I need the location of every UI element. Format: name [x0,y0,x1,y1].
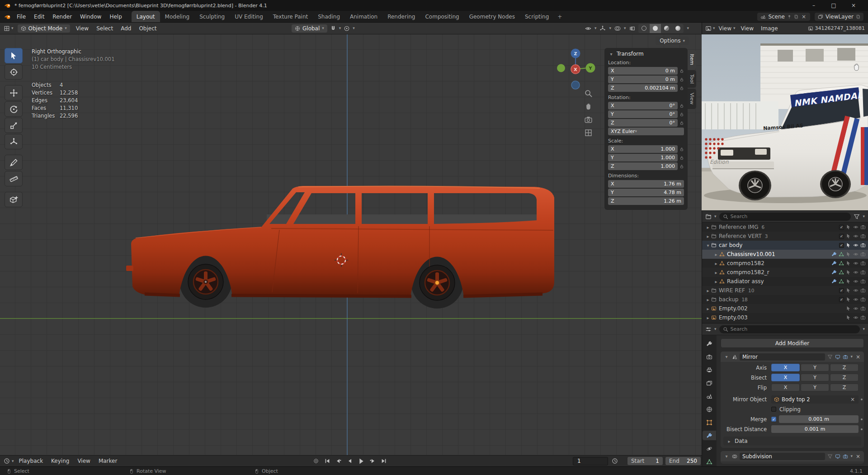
snap-dropdown-icon[interactable]: ▾ [339,26,341,30]
disclosure-icon[interactable]: ▸ [705,306,711,311]
gizmo-y-neg-axis[interactable] [557,64,565,72]
flip-y-button[interactable]: Y [801,384,829,391]
play-reverse-button[interactable] [345,457,355,466]
pan-hand-icon[interactable] [584,102,593,111]
render-visibility-icon[interactable] [860,261,866,266]
modifier-badge-icon[interactable] [831,252,837,257]
render-visibility-icon[interactable] [860,233,866,239]
rotation-x-field[interactable]: X0° [608,102,678,109]
mirror-modifier-header[interactable]: ▾ Mirror ▾ × [721,352,864,362]
measure-tool[interactable] [5,171,23,186]
modifier-badge-icon[interactable] [831,270,837,275]
lock-icon[interactable] [679,164,684,169]
frame-start-field[interactable]: Start1 [627,457,663,465]
navigation-gizmo[interactable]: Z Y X [557,49,595,90]
maximize-button[interactable]: □ [824,0,844,11]
modifier-extras-icon[interactable]: ▾ [850,454,853,458]
collapse-icon[interactable]: ▾ [723,454,730,459]
shading-rendered-button[interactable] [672,24,684,33]
modifier-badge-icon[interactable] [831,279,837,284]
axis-x-button[interactable]: X [771,364,800,371]
render-display-icon[interactable] [843,454,848,459]
mesh-data-icon[interactable] [839,279,844,284]
outliner-editor-icon[interactable] [705,214,712,220]
selectable-icon[interactable] [846,270,851,275]
hide-icon[interactable] [853,288,859,293]
bisect-distance-field[interactable]: 0.001 m [771,425,859,433]
bisect-y-button[interactable]: Y [801,374,829,381]
gizmo-z-neg-axis[interactable] [571,81,580,89]
tab-scene[interactable] [703,391,715,401]
keying-set-icon[interactable] [311,457,321,466]
play-button[interactable] [356,457,366,466]
image-menu-image[interactable]: Image [759,24,780,33]
add-cube-tool[interactable] [5,192,23,207]
select-box-tool[interactable] [5,48,23,63]
scale-x-field[interactable]: X1.000 [608,145,678,153]
menu-render[interactable]: Render [48,12,76,22]
mode-selector[interactable]: Object Mode▾ [18,24,70,33]
render-visibility-icon[interactable] [860,252,866,257]
disclosure-icon[interactable]: ▸ [705,315,711,320]
disclosure-icon[interactable]: ▸ [713,270,719,275]
rotation-mode-dropdown[interactable]: XYZ Euler▾ [608,128,684,135]
render-visibility-icon[interactable] [860,306,866,311]
lock-icon[interactable] [679,86,684,90]
outliner-row-radiator[interactable]: ▸ Radiator assy [702,277,868,286]
gizmos-icon[interactable] [599,25,606,32]
hide-icon[interactable] [853,306,859,311]
outliner-row-wire-ref[interactable]: ▸ WIRE REF 10 ✓ [702,286,868,295]
add-modifier-button[interactable]: Add Modifier [721,338,864,348]
shading-material-button[interactable] [661,24,672,33]
collection-checkbox[interactable]: ✓ [839,225,844,230]
reference-image-view[interactable]: NMK NAMDAL Namsos Bil AS Edition [702,34,868,210]
jump-to-start-button[interactable] [322,457,332,466]
collection-checkbox[interactable]: ✓ [839,234,844,239]
minimize-button[interactable]: – [804,0,824,11]
lock-icon[interactable] [679,112,684,117]
timeline-editor-icon[interactable] [4,458,10,464]
outliner-row-compmo1582[interactable]: ▸ compmo1582 [702,259,868,268]
axis-z-button[interactable]: Z [830,364,859,371]
viewport-menu-add[interactable]: Add [119,24,133,33]
render-visibility-icon[interactable] [860,242,866,248]
hide-icon[interactable] [853,233,859,239]
disclosure-icon[interactable]: ▸ [705,288,711,293]
zoom-icon[interactable] [584,89,593,98]
hide-icon[interactable] [853,270,859,275]
hide-icon[interactable] [853,315,859,320]
scale-y-field[interactable]: Y1.000 [608,154,678,162]
workspace-tab-geometry-nodes[interactable]: Geometry Nodes [464,11,520,22]
move-tool[interactable] [5,85,23,100]
workspace-tab-animation[interactable]: Animation [345,11,382,22]
sidebar-tab-view[interactable]: View [688,89,696,109]
dimensions-z-field[interactable]: Z1.26 m [608,197,684,205]
location-x-field[interactable]: X0 m [608,67,678,75]
realtime-display-icon[interactable] [835,354,840,360]
flip-z-button[interactable]: Z [830,384,859,391]
clipping-checkbox[interactable] [771,407,776,412]
image-editor-mode-dropdown[interactable]: View▾ [719,25,736,32]
collapse-icon[interactable]: ▾ [723,354,730,359]
menu-edit[interactable]: Edit [30,12,48,22]
snap-magnet-icon[interactable] [330,25,336,32]
menu-help[interactable]: Help [105,12,126,22]
viewport-menu-object[interactable]: Object [137,24,158,33]
hide-icon[interactable] [853,252,859,257]
outliner-row-empty-002[interactable]: ▸ Empty.002 [702,304,868,313]
outliner-search-input[interactable] [731,214,848,219]
delete-modifier-icon[interactable]: × [855,354,861,360]
menu-window[interactable]: Window [76,12,105,22]
subdivision-modifier-header[interactable]: ▾ Subdivision ▾ × [721,451,864,461]
car-model[interactable] [126,186,554,309]
blender-menu-icon[interactable] [5,14,11,20]
hide-icon[interactable] [853,224,859,230]
tab-view-layer[interactable] [703,378,715,388]
workspace-tab-compositing[interactable]: Compositing [420,11,464,22]
transform-orientation-selector[interactable]: Global▾ [292,24,327,33]
add-workspace-button[interactable]: + [554,11,566,22]
edit-mode-toggle-icon[interactable] [827,454,833,459]
workspace-tab-rendering[interactable]: Rendering [382,11,420,22]
tab-modifiers[interactable] [703,431,716,440]
workspace-tab-scripting[interactable]: Scripting [520,11,554,22]
